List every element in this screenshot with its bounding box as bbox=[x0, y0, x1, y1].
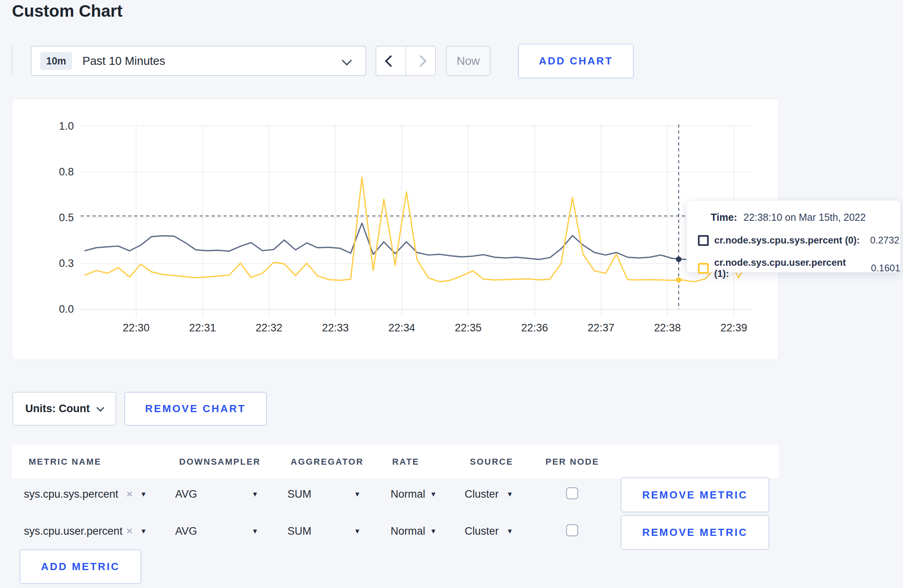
time-range-label: Past 10 Minutes bbox=[82, 55, 165, 68]
svg-text:0.5: 0.5 bbox=[59, 212, 74, 224]
rate-select[interactable]: Normal bbox=[391, 488, 425, 500]
svg-text:22:38: 22:38 bbox=[654, 322, 681, 334]
svg-text:22:39: 22:39 bbox=[720, 322, 747, 334]
chart-plot[interactable]: 0.00.30.50.81.022:3022:3122:3222:3322:34… bbox=[12, 99, 778, 360]
column-header-aggregator: AGGREGATOR bbox=[291, 457, 364, 467]
aggregator-select[interactable]: SUM bbox=[287, 525, 311, 537]
units-label: Units: Count bbox=[25, 403, 90, 415]
source-select[interactable]: Cluster bbox=[465, 488, 499, 500]
chevron-down-icon bbox=[97, 404, 105, 412]
chevron-left-icon bbox=[385, 55, 397, 67]
svg-text:0.0: 0.0 bbox=[59, 303, 74, 315]
chart-tooltip: Time: 22:38:10 on Mar 15th, 2022 cr.node… bbox=[686, 200, 901, 273]
page-title: Custom Chart bbox=[12, 2, 123, 21]
triangle-down-icon[interactable]: ▼ bbox=[354, 491, 361, 498]
source-select[interactable]: Cluster bbox=[465, 525, 499, 537]
tooltip-series-row: cr.node.sys.cpu.sys.percent (0): 0.2732 bbox=[698, 235, 899, 246]
svg-text:22:35: 22:35 bbox=[455, 322, 481, 334]
svg-text:22:31: 22:31 bbox=[189, 322, 216, 334]
column-header-per-node: PER NODE bbox=[545, 457, 599, 467]
custom-chart-page: Custom Chart 10m Past 10 Minutes Now ADD… bbox=[0, 0, 903, 588]
time-step-buttons bbox=[375, 46, 436, 76]
aggregator-select[interactable]: SUM bbox=[287, 488, 311, 500]
chevron-down-icon bbox=[342, 55, 352, 65]
series-swatch-icon bbox=[698, 235, 709, 246]
series-label: cr.node.sys.cpu.user.percent (1): bbox=[714, 257, 861, 279]
column-header-source: SOURCE bbox=[470, 457, 513, 467]
triangle-down-icon[interactable]: ▼ bbox=[430, 528, 437, 535]
series-value: 0.1601 bbox=[871, 263, 900, 274]
series-value: 0.2732 bbox=[870, 235, 899, 246]
triangle-down-icon[interactable]: ▼ bbox=[140, 491, 147, 498]
svg-text:1.0: 1.0 bbox=[59, 120, 74, 132]
tooltip-time-value: 22:38:10 on Mar 15th, 2022 bbox=[743, 212, 866, 223]
triangle-down-icon[interactable]: ▼ bbox=[430, 491, 437, 498]
svg-text:22:34: 22:34 bbox=[388, 322, 415, 334]
remove-metric-button[interactable]: REMOVE METRIC bbox=[621, 515, 769, 550]
chart-card: 0.00.30.50.81.022:3022:3122:3222:3322:34… bbox=[12, 99, 779, 360]
time-range-select[interactable]: 10m Past 10 Minutes bbox=[31, 46, 366, 76]
remove-x-icon[interactable]: × bbox=[126, 525, 133, 537]
metric-name-select[interactable]: sys.cpu.sys.percent bbox=[24, 488, 118, 500]
column-header-rate: RATE bbox=[392, 457, 419, 467]
downsampler-select[interactable]: AVG bbox=[175, 488, 197, 500]
remove-chart-button[interactable]: REMOVE CHART bbox=[124, 392, 267, 426]
downsampler-select[interactable]: AVG bbox=[175, 525, 197, 537]
column-header-metric-name: METRIC NAME bbox=[29, 457, 102, 467]
tooltip-time: Time: 22:38:10 on Mar 15th, 2022 bbox=[711, 212, 866, 223]
add-metric-button[interactable]: ADD METRIC bbox=[20, 549, 141, 584]
triangle-down-icon[interactable]: ▼ bbox=[252, 491, 258, 498]
triangle-down-icon[interactable]: ▼ bbox=[252, 528, 258, 535]
svg-text:0.8: 0.8 bbox=[59, 166, 74, 178]
triangle-down-icon[interactable]: ▼ bbox=[506, 491, 513, 498]
chevron-right-icon bbox=[415, 55, 427, 67]
time-range-badge: 10m bbox=[40, 52, 72, 70]
per-node-checkbox[interactable] bbox=[566, 524, 578, 536]
series-swatch-icon bbox=[698, 263, 709, 274]
now-button[interactable]: Now bbox=[446, 46, 491, 76]
toolbar-left-rule bbox=[12, 46, 12, 76]
svg-text:0.3: 0.3 bbox=[59, 257, 74, 269]
column-header-downsampler: DOWNSAMPLER bbox=[179, 457, 261, 467]
svg-text:22:30: 22:30 bbox=[123, 322, 149, 334]
svg-text:22:32: 22:32 bbox=[256, 322, 282, 334]
svg-text:22:37: 22:37 bbox=[588, 322, 614, 334]
triangle-down-icon[interactable]: ▼ bbox=[140, 528, 147, 535]
units-select[interactable]: Units: Count bbox=[12, 392, 116, 426]
triangle-down-icon[interactable]: ▼ bbox=[354, 528, 361, 535]
metric-name-select[interactable]: sys.cpu.user.percent bbox=[24, 525, 123, 537]
prev-range-button[interactable] bbox=[376, 47, 406, 75]
add-chart-button[interactable]: ADD CHART bbox=[518, 44, 634, 78]
triangle-down-icon[interactable]: ▼ bbox=[506, 528, 513, 535]
per-node-checkbox[interactable] bbox=[566, 487, 578, 499]
tooltip-series-row: cr.node.sys.cpu.user.percent (1): 0.1601 bbox=[698, 257, 900, 279]
svg-text:22:36: 22:36 bbox=[521, 322, 548, 334]
remove-x-icon[interactable]: × bbox=[126, 488, 133, 500]
tooltip-time-label: Time: bbox=[711, 212, 737, 223]
series-label: cr.node.sys.cpu.sys.percent (0): bbox=[714, 235, 860, 246]
svg-text:22:33: 22:33 bbox=[322, 322, 349, 334]
rate-select[interactable]: Normal bbox=[391, 525, 425, 537]
remove-metric-button[interactable]: REMOVE METRIC bbox=[621, 477, 769, 512]
next-range-button[interactable] bbox=[406, 47, 435, 75]
